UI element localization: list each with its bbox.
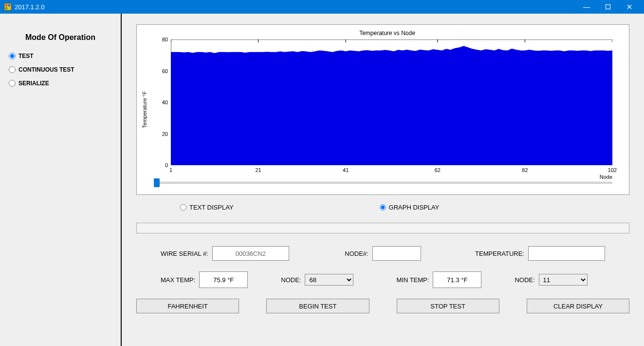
xtick: 41 xyxy=(343,165,349,173)
xtick: 102 xyxy=(608,165,617,173)
xtick: 21 xyxy=(255,165,261,173)
text-display-option[interactable]: TEXT DISPLAY xyxy=(180,204,234,211)
window-title: 2017.1.2.0 xyxy=(15,3,576,11)
xtick: 1 xyxy=(169,165,172,173)
svg-rect-3 xyxy=(5,7,7,9)
radio-serialize[interactable] xyxy=(9,80,16,87)
radio-graph-display[interactable] xyxy=(380,204,386,211)
svg-rect-2 xyxy=(8,4,10,6)
max-temp-value[interactable] xyxy=(199,271,248,288)
progress-bar xyxy=(136,223,629,233)
plot-area: 020406080 121416282102 xyxy=(171,39,612,165)
radio-continuous-test[interactable] xyxy=(9,66,16,73)
temperature-output xyxy=(528,246,605,261)
chart-container: Temperature vs Node Temperature °F 02040… xyxy=(136,24,629,195)
radio-test[interactable] xyxy=(9,53,16,59)
min-temp-label: MIN TEMP: xyxy=(396,276,429,284)
svg-rect-1 xyxy=(5,4,7,6)
maximize-button[interactable] xyxy=(597,0,619,14)
slider-track[interactable] xyxy=(156,182,612,184)
minmax-row: MAX TEMP: NODE: 68 MIN TEMP: NODE: 11 xyxy=(136,271,629,288)
ytick: 80 xyxy=(162,37,171,42)
action-buttons: FAHRENHEIT BEGIN TEST STOP TEST CLEAR DI… xyxy=(136,299,629,313)
mode-option-test[interactable]: TEST xyxy=(9,53,112,59)
fahrenheit-button[interactable]: FAHRENHEIT xyxy=(136,299,239,313)
begin-test-button[interactable]: BEGIN TEST xyxy=(266,299,369,313)
mode-option-continuous[interactable]: CONTINUOUS TEST xyxy=(9,66,112,73)
main-panel: Temperature vs Node Temperature °F 02040… xyxy=(122,14,644,346)
max-node-select[interactable]: 68 xyxy=(305,274,353,286)
text-display-label: TEXT DISPLAY xyxy=(189,204,234,211)
stop-test-button[interactable]: STOP TEST xyxy=(397,299,499,313)
min-temp-value[interactable] xyxy=(433,271,481,288)
close-button[interactable] xyxy=(619,0,640,14)
chart-ylabel: Temperature °F xyxy=(142,91,147,128)
mode-label: TEST xyxy=(18,53,34,59)
node-number-label: NODE#: xyxy=(345,250,368,257)
ytick: 40 xyxy=(162,99,171,105)
mode-label: CONTINUOUS TEST xyxy=(18,66,74,73)
chart-slider[interactable] xyxy=(156,178,612,188)
min-node-label: NODE: xyxy=(515,276,534,284)
svg-rect-5 xyxy=(606,5,610,9)
display-mode-row: TEXT DISPLAY GRAPH DISPLAY xyxy=(136,201,629,214)
app-icon xyxy=(4,3,12,11)
xtick: 62 xyxy=(435,165,441,173)
sidebar: Mode Of Operation TEST CONTINUOUS TEST S… xyxy=(0,14,122,346)
ytick: 60 xyxy=(162,68,171,74)
xtick: 82 xyxy=(522,165,528,173)
serial-row: WIRE SERIAL #: NODE#: TEMPERATURE: xyxy=(136,246,629,261)
clear-display-button[interactable]: CLEAR DISPLAY xyxy=(527,299,629,313)
mode-option-serialize[interactable]: SERIALIZE xyxy=(9,80,112,87)
titlebar: 2017.1.2.0 — xyxy=(0,0,644,14)
radio-text-display[interactable] xyxy=(180,204,186,211)
max-node-label: NODE: xyxy=(281,276,301,284)
window-controls: — xyxy=(576,0,640,14)
mode-label: SERIALIZE xyxy=(18,80,49,87)
max-temp-label: MAX TEMP: xyxy=(161,276,195,284)
wire-serial-label: WIRE SERIAL #: xyxy=(161,250,208,257)
min-node-select[interactable]: 11 xyxy=(539,274,588,286)
wire-serial-input xyxy=(212,246,289,261)
svg-rect-4 xyxy=(8,7,10,9)
node-number-input[interactable] xyxy=(372,246,421,261)
graph-display-option[interactable]: GRAPH DISPLAY xyxy=(380,204,440,211)
ytick: 20 xyxy=(162,131,171,137)
chart-title: Temperature vs Node xyxy=(162,30,612,37)
graph-display-label: GRAPH DISPLAY xyxy=(389,204,440,211)
temperature-label: TEMPERATURE: xyxy=(475,250,524,257)
chart-svg xyxy=(171,39,612,165)
sidebar-heading: Mode Of Operation xyxy=(9,33,112,42)
slider-thumb[interactable] xyxy=(154,178,160,187)
minimize-button[interactable]: — xyxy=(576,0,597,14)
